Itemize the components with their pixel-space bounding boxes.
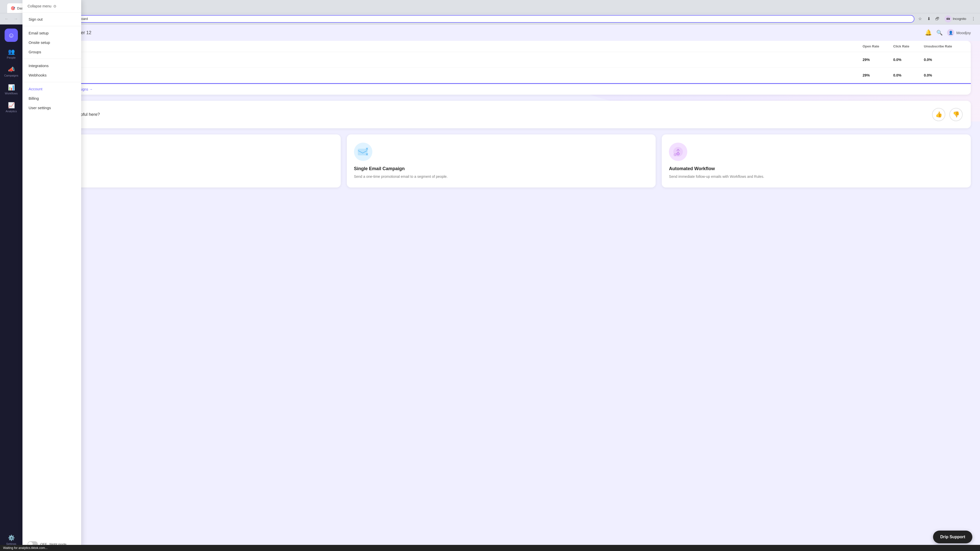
toolbar-icons: ☆ ⬇ 🗗 🕶 Incognito ⋮ <box>916 14 977 24</box>
notification-button[interactable]: 🔔 <box>925 29 932 36</box>
campaigns-label: Campaigns <box>4 74 18 77</box>
analytics-label: Analytics <box>6 110 17 113</box>
menu-divider-2 <box>22 59 81 59</box>
tab-bar: 🎯 Dashboard · Drip × + <box>7 0 977 13</box>
people-icon: 👥 <box>8 48 15 55</box>
main-content: December 6 — December 12 🔔 🔍 👤 Moodjoy S… <box>22 24 980 551</box>
menu-item-webhooks[interactable]: Webhooks <box>22 70 81 80</box>
svg-point-5 <box>677 152 679 155</box>
col-unsub-rate: Unsubscribe Rate <box>924 44 965 48</box>
sidebar-item-campaigns[interactable]: 📣 Campaigns <box>2 64 21 79</box>
workflow-card-desc: Send immediate follow-up emails with Wor… <box>669 174 964 179</box>
collapse-arrow-icon: ⊙ <box>53 4 56 8</box>
col-campaign: Single Email Campaigns <box>38 44 862 48</box>
avatar: 👤 <box>947 29 954 36</box>
search-button[interactable]: 🔍 <box>936 29 943 36</box>
collapse-menu-label: Collapse menu <box>27 4 51 8</box>
analytics-icon: 📈 <box>8 102 15 109</box>
workflows-icon: 📊 <box>8 84 15 91</box>
open-rate-2: 29% <box>862 73 893 77</box>
single-email-card-title: Single Email Campaign <box>354 166 649 171</box>
bookmark-button[interactable]: ☆ <box>916 15 924 22</box>
profile-label: Incognito <box>953 17 966 21</box>
user-name: Moodjoy <box>956 30 971 35</box>
unsub-rate-2: 0.0% <box>924 73 965 77</box>
svg-rect-2 <box>358 149 367 155</box>
collapse-menu-header[interactable]: Collapse menu ⊙ <box>22 4 81 13</box>
header-actions: 🔔 🔍 👤 Moodjoy <box>925 29 971 36</box>
menu-divider-3 <box>22 82 81 82</box>
download-button[interactable]: ⬇ <box>925 15 932 22</box>
campaign-name-2: ign - ... <box>38 71 862 75</box>
sidebar-item-workflows[interactable]: 📊 Workflows <box>2 82 21 97</box>
profile-icon: 🕶 <box>945 15 952 22</box>
status-bar: Waiting for analytics.tiktok.com... <box>0 545 980 551</box>
address-bar-row: ← → ✕ 🔒 getdrip.com/7641396/dashboard ☆ … <box>0 13 980 24</box>
window-button[interactable]: 🗗 <box>934 15 941 22</box>
menu-item-sign-out[interactable]: Sign out <box>22 14 81 24</box>
menu-item-email-setup[interactable]: Email setup <box>22 28 81 38</box>
app-container: ☺ 👥 People 📣 Campaigns 📊 Workflows 📈 Ana… <box>0 24 980 551</box>
url-text: getdrip.com/7641396/dashboard <box>40 17 910 21</box>
logo-icon: ☺ <box>8 32 15 39</box>
thumb-buttons: 👍 👎 <box>932 108 963 121</box>
click-rate-1: 0.0% <box>893 58 924 62</box>
menu-item-account[interactable]: Account <box>22 84 81 94</box>
menu-item-groups[interactable]: Groups <box>22 47 81 57</box>
more-button[interactable]: ⋮ <box>970 15 977 22</box>
content-area: Single Email Campaigns Open Rate Click R… <box>22 41 980 551</box>
workflow-card-icon <box>669 143 687 161</box>
nav-logo[interactable]: ☺ <box>5 29 18 42</box>
back-button[interactable]: ← <box>3 15 10 22</box>
table-footer: View all single email campaigns → <box>32 83 971 95</box>
campaigns-icon: 📣 <box>8 66 15 73</box>
menu-item-integrations[interactable]: Integrations <box>22 61 81 70</box>
table-header: Single Email Campaigns Open Rate Click R… <box>32 41 971 52</box>
thumb-down-button[interactable]: 👎 <box>950 108 963 121</box>
click-rate-2: 0.0% <box>893 73 924 77</box>
menu-item-user-settings[interactable]: User settings <box>22 103 81 113</box>
menu-item-billing[interactable]: Billing <box>22 94 81 103</box>
campaign-card-title: Email Campaign <box>39 166 334 171</box>
sidebar-item-people[interactable]: 👥 People <box>2 46 21 62</box>
dropdown-menu: Collapse menu ⊙ Sign out Email setup Ons… <box>22 0 81 551</box>
profile-button[interactable]: 🕶 Incognito <box>942 14 968 24</box>
workflows-label: Workflows <box>5 92 18 95</box>
browser-chrome: 🎯 Dashboard · Drip × + <box>0 0 980 13</box>
campaigns-table-card: Single Email Campaigns Open Rate Click R… <box>32 41 971 95</box>
left-nav: ☺ 👥 People 📣 Campaigns 📊 Workflows 📈 Ana… <box>0 24 22 551</box>
single-email-card-desc: Send a one-time promotional email to a s… <box>354 174 649 179</box>
status-text: Waiting for analytics.tiktok.com... <box>3 546 48 550</box>
unsub-rate-1: 0.0% <box>924 58 965 62</box>
campaign-meta-1: sent about 1 hour ago <box>38 60 862 64</box>
action-cards: Email Campaign d turn drive-by visitors … <box>32 135 971 187</box>
workflow-card-title: Automated Workflow <box>669 166 964 171</box>
forward-button[interactable]: → <box>12 15 19 22</box>
col-click-rate: Click Rate <box>893 44 924 48</box>
thumb-up-button[interactable]: 👍 <box>932 108 945 121</box>
campaign-name-1: ll Cam... <box>38 56 862 60</box>
tab-favicon: 🎯 <box>11 6 15 10</box>
col-open-rate: Open Rate <box>862 44 893 48</box>
campaign-card-desc: d turn drive-by visitors into <box>39 174 334 179</box>
top-header: December 6 — December 12 🔔 🔍 👤 Moodjoy <box>22 24 980 41</box>
open-rate-1: 29% <box>862 58 893 62</box>
people-label: People <box>7 56 16 59</box>
address-bar[interactable]: 🔒 getdrip.com/7641396/dashboard <box>30 15 915 23</box>
action-card-single-email[interactable]: Single Email Campaign Send a one-time pr… <box>347 135 656 187</box>
tasks-section-title: ... Suggested tasks <box>32 194 971 200</box>
notification-icon: 🔔 <box>925 29 932 36</box>
action-card-workflow[interactable]: Automated Workflow Send immediate follow… <box>662 135 971 187</box>
table-row[interactable]: ll Cam... sent about 1 hour ago 29% 0.0%… <box>32 52 971 68</box>
metrics-helpful-card: Are these metrics helpful here? 👍 👎 <box>32 101 971 128</box>
user-greeting: 👤 Moodjoy <box>947 29 971 36</box>
sidebar-item-analytics[interactable]: 📈 Analytics <box>2 100 21 115</box>
table-row[interactable]: ign - ... sent about 1 hour ago 29% 0.0%… <box>32 68 971 83</box>
single-email-card-icon <box>354 143 372 161</box>
settings-icon: ⚙️ <box>8 535 15 541</box>
menu-item-onsite-setup[interactable]: Onsite setup <box>22 38 81 47</box>
drip-support-button[interactable]: Drip Support <box>933 530 972 543</box>
menu-divider-1 <box>22 26 81 26</box>
campaign-meta-2: sent about 1 hour ago <box>38 76 862 79</box>
